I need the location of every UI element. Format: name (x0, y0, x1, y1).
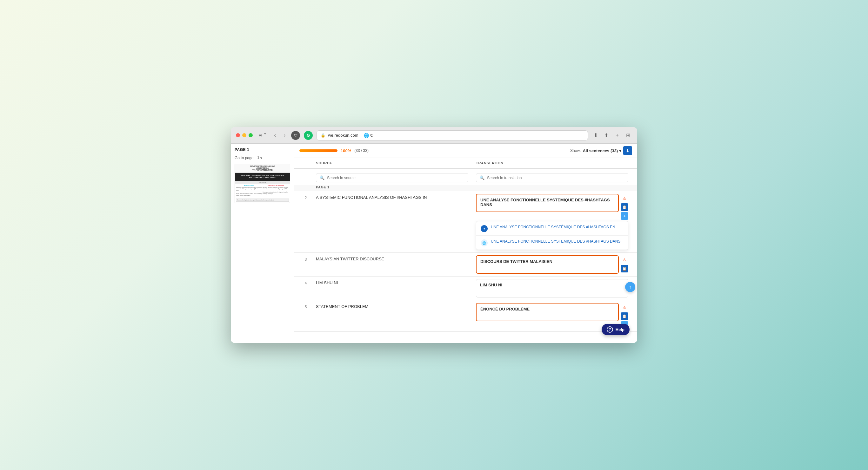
translation-cell-4: LIM SHU NI (472, 276, 632, 300)
page-header: PAGE 1 (235, 147, 290, 152)
doc-author: LIM SHU NI (235, 181, 290, 183)
scroll-up-fab[interactable]: ↑ (625, 282, 635, 292)
progress-section: 100% (33 / 33) (300, 148, 565, 153)
top-bar: 100% (33 / 33) Show: All sentences (33) … (294, 144, 637, 158)
table-row-4: 4 LIM SHU NI LIM SHU NI (294, 276, 637, 300)
source-search-icon: 🔍 (319, 175, 324, 180)
translation-table: SOURCE TRANSLATION 🔍 🔍 (294, 158, 637, 343)
back-button[interactable]: ‹ (272, 131, 278, 140)
translation-search-input[interactable] (487, 176, 625, 180)
table-header: SOURCE TRANSLATION (294, 158, 637, 169)
sidebar-toggle-button[interactable]: ⊟ ˅ (256, 131, 268, 139)
grammarly-icon: G (304, 131, 313, 140)
filter-icon: ⬇ (626, 148, 629, 153)
goto-label: Go to page: (235, 156, 255, 160)
copy-button-5[interactable]: 📋 (621, 312, 628, 320)
translation-search-cell: 🔍 (472, 171, 632, 185)
doc-dept: DEPARTMENT OF LANGUAGES ANDLINGUISTICS (… (237, 166, 288, 171)
suggestion-text: UNE ANALYSE FONCTIONNELLE SYSTÉMIQUE DES… (491, 225, 615, 230)
show-chevron-icon: ▾ (619, 148, 621, 153)
source-search-input[interactable] (327, 176, 465, 180)
suggestion-item-2[interactable]: 🌐 UNE ANALYSE FONCTIONNELLE SYSTEMIQUE D… (476, 236, 628, 249)
page-number: 1 (257, 156, 259, 160)
translation-textarea-3[interactable]: DISCOURS DE TWITTER MALAISIEN (476, 255, 619, 274)
shield-icon: 🛡 (291, 131, 300, 140)
new-tab-button[interactable]: ＋ (613, 131, 622, 140)
traffic-lights (236, 133, 253, 137)
document-thumbnail: DEPARTMENT OF LANGUAGES ANDLINGUISTICS (… (235, 164, 290, 203)
search-row: 🔍 🔍 (294, 171, 637, 185)
source-cell-4: LIM SHU NI (312, 276, 472, 289)
grid-view-button[interactable]: ⊞ (624, 131, 632, 139)
filter-button[interactable]: ⬇ (623, 146, 632, 155)
toolbar-right: ⬇ ⬆ ＋ ⊞ (592, 131, 632, 140)
progress-percent: 100% (341, 148, 351, 153)
add-button[interactable]: + (621, 212, 628, 220)
translation-textarea-5[interactable]: ÉNONCÉ DU PROBLÈME (476, 303, 619, 321)
table-row-5: 5 STATEMENT OF PROBLEM ÉNONCÉ DU PROBLÈM… (294, 300, 637, 332)
page-label: PAGE 1 (235, 147, 249, 152)
translation-textarea-4[interactable]: LIM SHU NI (476, 279, 628, 298)
row-number-5: 5 (300, 300, 312, 314)
source-cell: A SYSTEMIC FUNCTIONAL ANALYSIS OF #HASHT… (312, 191, 472, 204)
help-button[interactable]: ? Help (601, 324, 629, 335)
scroll-up-icon: ↑ (629, 284, 631, 290)
maximize-button[interactable] (249, 133, 253, 137)
doc-main-title: A SYSTEMIC FUNCTIONAL ANALYSIS OF #HASHT… (235, 173, 290, 181)
show-value: All sentences (33) (583, 148, 618, 153)
doc-intro-title: INTRODUCTION (236, 185, 262, 187)
translation-search-icon: 🔍 (479, 175, 485, 180)
warning-icon-5[interactable]: ⚠ (621, 303, 628, 311)
lock-icon: 🔒 (321, 133, 326, 138)
translation-cell-3: DISCOURS DE TWITTER MALAISIEN ⚠ 📋 (472, 253, 632, 276)
translation-textarea[interactable]: UNE ANALYSE FONCTIONNELLE SYSTEMIQUE DES… (476, 194, 619, 212)
address-bar[interactable]: 🔒 we.redokun.com 🌐 ↻ (316, 130, 588, 140)
chevron-down-icon: ▾ (260, 156, 262, 160)
help-icon: ? (607, 326, 613, 333)
source-cell-3: MALAYSIAN TWITTER DISCOURSE (312, 253, 472, 265)
suggestion-item[interactable]: ✦ UNE ANALYSE FONCTIONNELLE SYSTÉMIQUE D… (476, 221, 628, 236)
warning-icon[interactable]: ⚠ (621, 194, 628, 202)
page-dropdown[interactable]: 1 ▾ (257, 156, 262, 160)
forward-button[interactable]: › (282, 131, 287, 140)
left-panel: PAGE 1 Go to page: 1 ▾ DEPARTMENT OF LAN… (231, 144, 294, 343)
share-button[interactable]: ⬆ (602, 131, 610, 139)
show-section: Show: All sentences (33) ▾ ⬇ (570, 146, 632, 155)
content-area: PAGE 1 Go to page: 1 ▾ DEPARTMENT OF LAN… (231, 144, 637, 343)
close-button[interactable] (236, 133, 240, 137)
url-display: we.redokun.com (328, 133, 358, 138)
show-select-dropdown[interactable]: All sentences (33) ▾ (583, 148, 621, 153)
source-cell-5: STATEMENT OF PROBLEM (312, 300, 472, 313)
row-actions: ⚠ 📋 + (621, 194, 628, 220)
doc-problem-title: STATEMENT OF PROBLEM (263, 185, 289, 187)
right-panel: 100% (33 / 33) Show: All sentences (33) … (294, 144, 637, 343)
source-search-cell: 🔍 (312, 171, 472, 185)
doc-problem-text: Hashtags should be analysed as semiotic … (263, 187, 289, 195)
progress-fill (300, 149, 338, 152)
progress-count: (33 / 33) (354, 148, 369, 153)
translate-icon: 🌐 ↻ (364, 133, 374, 138)
table-row: 2 A SYSTEMIC FUNCTIONAL ANALYSIS OF #HAS… (294, 191, 637, 253)
source-col-header: SOURCE (312, 158, 472, 168)
suggestions-dropdown: ✦ UNE ANALYSE FONCTIONNELLE SYSTÉMIQUE D… (476, 221, 628, 250)
suggestion-text-2: UNE ANALYSE FONCTIONNELLE SYSTEMIQUE DES… (491, 239, 620, 244)
title-bar: ⊟ ˅ ‹ › 🛡 G 🔒 we.redokun.com 🌐 ↻ ⬇ ⬆ ＋ ⊞ (231, 127, 637, 144)
copy-button[interactable]: 📋 (621, 203, 628, 211)
suggestion-icon-blue: ✦ (481, 225, 488, 232)
source-search-wrap: 🔍 (316, 173, 468, 182)
download-button[interactable]: ⬇ (592, 131, 600, 139)
row-3-actions: ⚠ 📋 (621, 255, 628, 272)
show-label: Show: (570, 148, 581, 153)
goto-page-section: Go to page: 1 ▾ (235, 156, 290, 160)
row-number-3: 3 (300, 253, 312, 266)
help-label: Help (616, 327, 624, 332)
row-number: 2 (300, 191, 312, 205)
translation-search-wrap: 🔍 (476, 173, 628, 182)
copy-button-3[interactable]: 📋 (621, 265, 628, 272)
progress-track (300, 149, 338, 152)
warning-icon-3[interactable]: ⚠ (621, 256, 628, 264)
translation-cell: UNE ANALYSE FONCTIONNELLE SYSTEMIQUE DES… (472, 191, 632, 253)
minimize-button[interactable] (242, 133, 246, 137)
suggestion-icon-light: 🌐 (481, 239, 488, 246)
doc-intro-text: #Hashtags were introduced as a tool for … (236, 187, 262, 196)
